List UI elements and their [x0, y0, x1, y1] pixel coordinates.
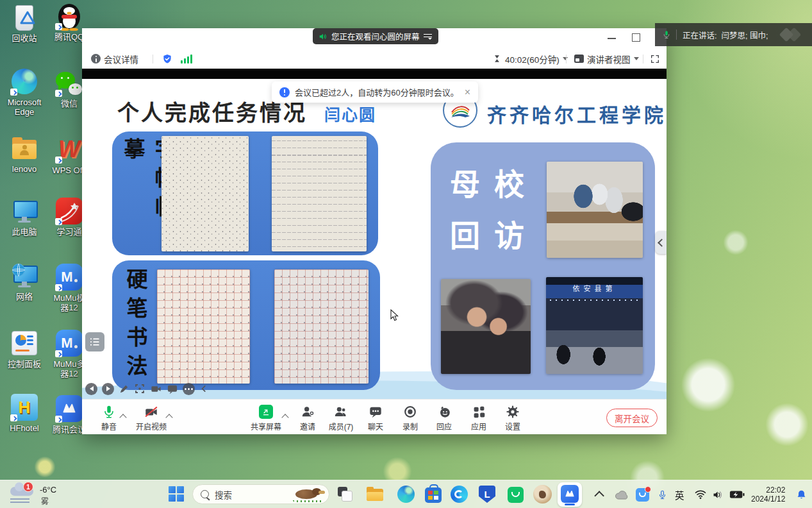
green-bag-icon — [508, 487, 524, 503]
browser-app-button[interactable] — [451, 486, 468, 503]
minimize-button[interactable] — [608, 38, 616, 39]
members-icon — [322, 404, 360, 419]
record-button[interactable]: 录制 — [391, 404, 429, 432]
network-signal-button[interactable] — [181, 49, 192, 69]
maximize-button[interactable] — [632, 33, 640, 42]
more-tools-button[interactable] — [183, 383, 195, 395]
tray-ime-app-button[interactable] — [636, 480, 649, 508]
file-explorer-button[interactable] — [367, 486, 383, 503]
collapse-toolbar-icon[interactable] — [199, 384, 208, 394]
tray-mic-button[interactable] — [658, 480, 667, 508]
speaking-indicator-bar: 正在讲话: 闫梦思; 围巾; — [655, 23, 812, 46]
tray-cloud-button[interactable] — [614, 480, 630, 508]
shortcut-arrow-badge — [55, 218, 62, 225]
desktop-icon-network[interactable]: 网络 — [3, 261, 46, 301]
taskbar-weather-widget[interactable]: 1 -6°C 雾 — [6, 482, 80, 507]
panel-collapse-handle[interactable] — [655, 231, 667, 254]
share-screen-button[interactable]: 共享屏幕 — [245, 404, 286, 432]
desktop-icon-label: Microsoft Edge — [3, 97, 46, 117]
meeting-details-button[interactable]: 会议详情 — [91, 49, 138, 69]
mumu-icon: M — [54, 262, 84, 292]
chat-button[interactable]: 聊天 — [356, 404, 395, 432]
weather-condition: 雾 — [41, 495, 49, 506]
battery-charging-icon — [729, 490, 745, 499]
outline-toggle-button[interactable] — [85, 332, 104, 351]
hfhotel-icon: H — [10, 393, 39, 422]
mumu-multi-icon: M — [54, 328, 84, 358]
comment-tool-icon[interactable] — [167, 384, 178, 394]
speaker-icon — [319, 32, 327, 41]
shared-screen: 个人完成任务情况 闫心圆 齐齐哈尔工程学院 字帖临摹 硬笔书法 母校 回访 — [82, 79, 667, 399]
previous-slide-button[interactable] — [85, 383, 97, 395]
task-view-button[interactable] — [338, 487, 352, 501]
taskbar-search-box[interactable]: 搜索 — [192, 484, 329, 504]
meeting-details-label: 会议详情 — [104, 53, 138, 65]
leave-meeting-button[interactable]: 离开会议 — [606, 409, 658, 427]
lenovo-app-button[interactable]: L — [479, 486, 495, 503]
panel-copybook: 字帖临摹 — [112, 131, 378, 255]
revisit-photo-office — [547, 162, 643, 258]
camera-tool-icon[interactable] — [150, 384, 162, 394]
view-mode-button[interactable]: 演讲者视图 — [574, 49, 639, 69]
settings-button[interactable]: 设置 — [493, 404, 532, 432]
desktop-icon-label: 此电脑 — [3, 227, 46, 237]
watching-screen-banner[interactable]: 您正在观看闫心圆的屏幕 — [313, 28, 438, 44]
divider — [153, 55, 153, 64]
screen-menu-icon[interactable] — [424, 33, 432, 40]
tray-expand-button[interactable] — [597, 480, 604, 508]
members-button[interactable]: 成员(7) — [322, 404, 360, 432]
fullscreen-button[interactable] — [650, 49, 660, 69]
taskbar-clock[interactable]: 22:02 2024/1/12 — [751, 480, 785, 508]
close-icon[interactable]: × — [465, 87, 470, 97]
pen-tool-icon[interactable] — [119, 384, 129, 394]
green-app-button[interactable] — [508, 486, 524, 503]
search-icon — [201, 490, 209, 498]
desktop-icon-lenovo-folder[interactable]: lenovo — [3, 133, 46, 174]
mouse-cursor — [390, 309, 399, 321]
reading-app-button[interactable] — [533, 485, 552, 504]
invite-button[interactable]: 邀请 — [290, 404, 326, 432]
security-shield-button[interactable] — [162, 49, 173, 69]
wps-icon: W — [54, 135, 84, 164]
letterbox-strip — [82, 69, 667, 79]
volume-button[interactable] — [712, 480, 724, 508]
reactions-button[interactable]: 回应 — [425, 404, 463, 432]
wifi-icon — [694, 489, 707, 500]
meeting-limit-notification: 会议已超过2人，自动转为60分钟限时会议。 × — [272, 81, 478, 103]
revisit-photo-gate: 依安县第 — [546, 277, 643, 374]
panel-revisit-label-1: 母校 — [450, 169, 538, 199]
store-icon — [425, 487, 442, 503]
notifications-button[interactable] — [796, 480, 807, 508]
tencent-meeting-icon — [561, 485, 579, 503]
watching-screen-text: 您正在观看闫心圆的屏幕 — [331, 30, 420, 42]
desktop-icon-control-panel[interactable]: 控制面板 — [3, 328, 46, 369]
chat-icon — [356, 404, 395, 419]
wifi-button[interactable] — [694, 480, 707, 508]
tray-time: 22:02 — [766, 486, 785, 495]
meeting-timer-button[interactable]: 40:02(60分钟) — [492, 49, 568, 69]
input-language-button[interactable]: 英 — [675, 480, 684, 508]
next-slide-button[interactable] — [102, 383, 114, 395]
battery-button[interactable] — [729, 480, 745, 508]
desktop-icon-recycle-bin[interactable]: 回收站 — [3, 3, 46, 43]
hourglass-icon — [492, 54, 502, 64]
speaker-icon — [712, 489, 724, 500]
panel-revisit: 母校 回访 依安县第 — [431, 142, 655, 390]
tencent-meeting-taskbar-button[interactable] — [558, 482, 582, 507]
desktop-icon-this-pc[interactable]: 此电脑 — [3, 196, 46, 237]
edge-taskbar-button[interactable] — [397, 486, 415, 503]
shortcut-arrow-badge — [55, 23, 62, 30]
alert-info-icon — [279, 87, 290, 97]
laser-focus-icon[interactable] — [134, 383, 145, 394]
desktop-icon-hfhotel[interactable]: H HFhotel — [3, 393, 46, 433]
desktop-icon-label: HFhotel — [3, 423, 46, 433]
microsoft-store-button[interactable] — [425, 486, 442, 503]
mic-active-icon — [662, 30, 671, 40]
apps-button[interactable]: 应用 — [460, 404, 498, 432]
speaking-names: 闫梦思; 围巾; — [721, 29, 768, 41]
penmanship-photo-1 — [157, 269, 250, 384]
reaction-icon — [425, 404, 463, 419]
start-button[interactable] — [169, 486, 185, 503]
meeting-watermark-logo — [781, 28, 803, 41]
desktop-icon-edge[interactable]: Microsoft Edge — [3, 67, 46, 117]
